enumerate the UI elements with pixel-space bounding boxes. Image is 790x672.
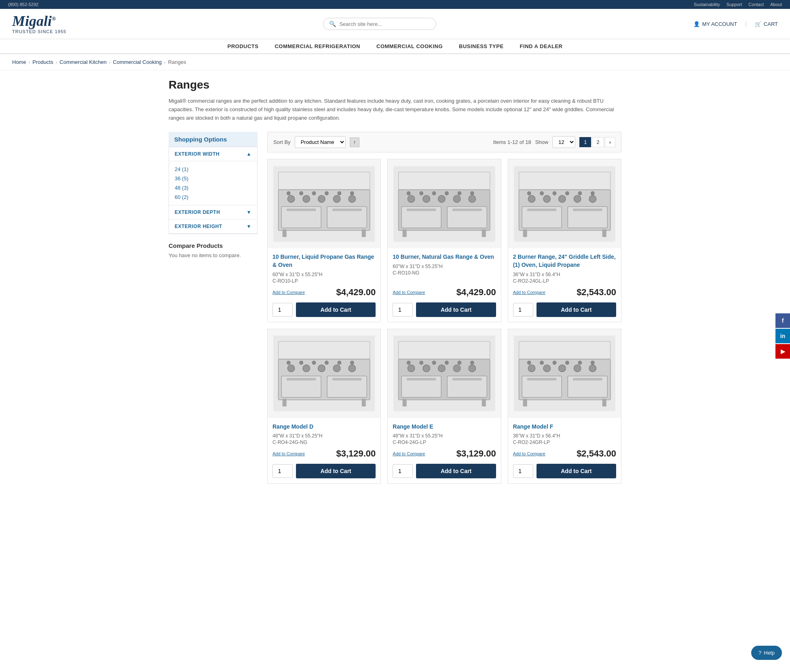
quantity-input[interactable] <box>393 464 413 478</box>
sort-select[interactable]: Product Name Price Rating <box>295 136 346 148</box>
nav-find-dealer[interactable]: FIND A DEALER <box>520 43 563 49</box>
quantity-input[interactable] <box>272 303 293 317</box>
product-image[interactable] <box>508 329 621 418</box>
filter-exterior-height-header[interactable]: EXTERIOR HEIGHT ▼ <box>169 220 257 234</box>
product-name[interactable]: Range Model E <box>393 423 496 431</box>
nav-commercial-cooking[interactable]: COMMERCIAL COOKING <box>376 43 443 49</box>
add-to-compare-link[interactable]: Add to Compare <box>272 451 305 456</box>
breadcrumb-sep-1: › <box>29 60 30 65</box>
search-input[interactable] <box>339 21 430 27</box>
add-to-compare-link[interactable]: Add to Compare <box>272 290 305 295</box>
add-to-cart-button[interactable]: Add to Cart <box>296 302 376 317</box>
svg-point-67 <box>349 365 356 372</box>
svg-rect-36 <box>403 229 407 237</box>
compare-title: Compare Products <box>169 242 258 249</box>
youtube-button[interactable]: ▶ <box>775 344 790 359</box>
product-image-placeholder <box>273 166 375 242</box>
filter-exterior-depth-header[interactable]: EXTERIOR DEPTH ▼ <box>169 205 257 220</box>
breadcrumb-home[interactable]: Home <box>12 59 26 65</box>
filter-option-24[interactable]: 24 (1) <box>175 165 251 174</box>
svg-point-34 <box>458 191 462 195</box>
svg-point-16 <box>350 191 354 195</box>
product-card: Range Model F 36"W x 31"D x 56.4"H C-RO2… <box>508 329 621 484</box>
add-to-compare-link[interactable]: Add to Compare <box>393 451 425 456</box>
breadcrumb-commercial-cooking[interactable]: Commercial Cooking <box>113 59 162 65</box>
filter-exterior-height-label: EXTERIOR HEIGHT <box>175 224 222 229</box>
search-area[interactable]: 🔍 <box>323 18 436 30</box>
nav-products[interactable]: PRODUCTS <box>227 43 258 49</box>
svg-point-33 <box>445 191 449 195</box>
linkedin-button[interactable]: in <box>775 329 790 343</box>
svg-point-12 <box>299 191 303 195</box>
filter-option-48[interactable]: 48 (3) <box>175 183 251 192</box>
svg-point-89 <box>432 361 436 365</box>
top-nav-sustainability[interactable]: Sustainability <box>694 2 720 7</box>
top-nav: Sustainability Support Contact About <box>694 2 782 7</box>
page-1-button[interactable]: 1 <box>579 137 591 147</box>
add-to-compare-link[interactable]: Add to Compare <box>393 290 425 295</box>
product-actions: Add to Cart <box>388 464 501 483</box>
breadcrumb-products[interactable]: Products <box>32 59 53 65</box>
my-account-link[interactable]: 👤 MY ACCOUNT <box>693 21 737 27</box>
add-to-cart-button[interactable]: Add to Cart <box>416 302 496 317</box>
product-image[interactable] <box>268 329 380 418</box>
quantity-input[interactable] <box>393 303 413 317</box>
svg-point-27 <box>438 195 446 203</box>
product-image[interactable] <box>268 159 380 248</box>
add-to-cart-button[interactable]: Add to Cart <box>416 464 496 478</box>
svg-rect-61 <box>287 378 316 380</box>
product-price: $2,543.00 <box>577 287 616 298</box>
filter-exterior-width-header[interactable]: EXTERIOR WIDTH ▲ <box>169 147 257 161</box>
top-nav-support[interactable]: Support <box>727 2 742 7</box>
product-name[interactable]: Range Model F <box>513 423 616 431</box>
nav-commercial-refrigeration[interactable]: COMMERCIAL REFRIGERATION <box>275 43 360 49</box>
product-card: Range Model E 48"W x 31"D x 55.25"H C-RO… <box>387 329 501 484</box>
add-to-cart-button[interactable]: Add to Cart <box>537 464 616 478</box>
svg-point-29 <box>469 195 476 203</box>
add-to-cart-button[interactable]: Add to Cart <box>537 302 616 317</box>
svg-point-46 <box>558 195 566 203</box>
product-image[interactable] <box>388 329 501 418</box>
filter-option-60[interactable]: 60 (2) <box>175 192 251 202</box>
breadcrumb-sep-3: › <box>109 60 111 65</box>
svg-rect-99 <box>527 378 556 380</box>
product-price: $4,429.00 <box>336 287 376 298</box>
product-footer: Add to Compare $3,129.00 <box>272 448 376 459</box>
cart-link[interactable]: 🛒 CART <box>755 21 778 27</box>
product-price: $4,429.00 <box>456 287 496 298</box>
product-price: $3,129.00 <box>336 448 376 459</box>
quantity-input[interactable] <box>272 464 293 478</box>
sort-direction-button[interactable]: ↑ <box>350 137 359 147</box>
product-name[interactable]: 10 Burner, Liquid Propane Gas Range & Ov… <box>272 253 376 269</box>
add-to-compare-link[interactable]: Add to Compare <box>513 451 545 456</box>
svg-point-44 <box>528 195 535 203</box>
show-select[interactable]: 12 24 36 <box>552 136 575 148</box>
nav-business-type[interactable]: BUSINESS TYPE <box>459 43 504 49</box>
svg-point-52 <box>565 191 569 195</box>
social-sidebar: f in ▶ <box>775 313 790 359</box>
sort-left: Sort By Product Name Price Rating ↑ <box>273 136 359 148</box>
quantity-input[interactable] <box>513 303 533 317</box>
product-card: Range Model D 48"W x 31"D x 55.25"H C-RO… <box>267 329 381 484</box>
product-name[interactable]: 2 Burner Range, 24" Griddle Left Side, (… <box>513 253 616 269</box>
quantity-input[interactable] <box>513 464 533 478</box>
filter-option-36[interactable]: 36 (5) <box>175 174 251 183</box>
top-nav-contact[interactable]: Contact <box>748 2 764 7</box>
product-name[interactable]: Range Model D <box>272 423 376 431</box>
product-name[interactable]: 10 Burner, Natural Gas Range & Oven <box>393 253 496 261</box>
page-2-button[interactable]: 2 <box>592 137 604 147</box>
top-nav-about[interactable]: About <box>770 2 782 7</box>
product-image[interactable] <box>508 159 621 248</box>
svg-point-53 <box>578 191 582 195</box>
svg-point-84 <box>438 365 446 372</box>
breadcrumb-commercial-kitchen[interactable]: Commercial Kitchen <box>59 59 106 65</box>
product-dims: 48"W x 31"D x 55.25"H <box>393 433 496 439</box>
facebook-button[interactable]: f <box>775 313 790 328</box>
product-image-placeholder <box>514 166 615 242</box>
svg-point-63 <box>287 365 295 372</box>
add-to-compare-link[interactable]: Add to Compare <box>513 290 545 295</box>
svg-point-103 <box>558 365 566 372</box>
page-next-button[interactable]: › <box>605 137 615 147</box>
add-to-cart-button[interactable]: Add to Cart <box>296 464 376 478</box>
product-image[interactable] <box>388 159 501 248</box>
